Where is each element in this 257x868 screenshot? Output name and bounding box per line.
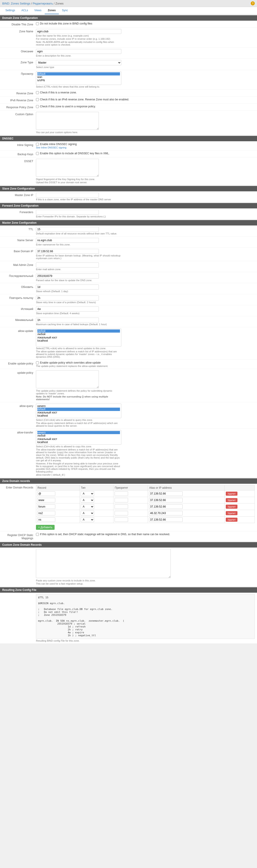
mail-admin-zone-input[interactable] (36, 262, 99, 268)
record-type-select[interactable]: AAAAAMXCNAMETXTNSPTRSRV (81, 511, 94, 516)
istekshy-input[interactable] (36, 307, 99, 311)
minimalny-input[interactable] (36, 317, 99, 322)
record-priority-input[interactable] (115, 511, 128, 516)
help-icon[interactable]: ? (251, 1, 255, 5)
ipv6-reverse-zone-checkbox-label: Check if this is an IPv6 reverse zone. R… (36, 98, 255, 101)
posledovatelny-input[interactable] (36, 274, 99, 278)
backup-keys-checkbox[interactable] (36, 152, 39, 155)
forwarders-input[interactable] (36, 210, 99, 215)
master-zone-ip-input[interactable] (36, 193, 99, 198)
zone-name-input[interactable]: egrn.club (36, 29, 121, 34)
allow-update-select[interactable]: любой любой локальный хост localhost (36, 329, 121, 346)
zone-type-select[interactable]: Master Slave Forward (36, 60, 121, 65)
enable-update-policy-checkbox[interactable] (36, 361, 39, 364)
disable-zone-checkbox-label: Do not include this zone in BIND config … (36, 22, 255, 25)
zone-domain-records-form: Enter Domain Records Record Тип Приорите… (0, 484, 257, 541)
enable-update-policy-row: Enable update-policy Enable update-polic… (0, 360, 257, 369)
update-policy-textarea[interactable] (36, 370, 99, 388)
zone-name-hint3: Note: IN-ADDR.ARPA will be automatically… (36, 41, 121, 46)
breadcrumb-link-1[interactable]: BIND: Zones Settings (2, 2, 30, 5)
delete-record-button[interactable]: Удалит (226, 492, 237, 496)
dsset-textarea[interactable] (36, 159, 99, 177)
base-domain-ip-row: Base Domain IP Enter IP address for base… (0, 247, 257, 261)
allow-query-row: allow-query ничего default локальный хос… (0, 402, 257, 429)
add-record-button[interactable]: + Добавить (36, 525, 55, 530)
minimalny-label: Минимальный (2, 317, 36, 321)
tab-sync[interactable]: Sync (59, 7, 71, 14)
record-alias-ip-input[interactable] (149, 491, 183, 496)
allow-transfer-select[interactable]: ничего любой локальный хост localhost (36, 430, 121, 445)
allow-transfer-hint3: However, if the thought of anyone being … (36, 462, 121, 473)
record-name-input[interactable] (37, 518, 55, 522)
record-name-input[interactable] (37, 498, 55, 502)
povtorit-popytku-input[interactable] (36, 296, 99, 301)
record-alias-ip-input[interactable] (149, 511, 183, 516)
record-type-select[interactable]: AAAAAMXCNAMETXTNSPTRSRV (81, 504, 94, 509)
record-name-input[interactable] (37, 511, 55, 516)
register-dhcp-row: Register DHCP Static Mappings If this op… (0, 531, 257, 541)
ipv6-reverse-zone-checkbox[interactable] (36, 98, 39, 101)
table-row: AAAAAMXCNAMETXTNSPTRSRVУдалит (36, 497, 255, 503)
obnovit-input[interactable] (36, 284, 99, 289)
inline-signing-link[interactable]: See Inline DNSSEC signing (36, 146, 121, 149)
name-server-input[interactable] (36, 238, 99, 243)
backup-keys-field: Enable this option to include all DNSSEC… (36, 152, 255, 155)
master-zone-ip-hint: If this is a slave zone, enter the IP ad… (36, 198, 121, 201)
allow-query-select[interactable]: ничего default локальный хост localhost (36, 404, 121, 418)
obnovit-row: Обновить Slave refresh (Default: 1 day) (0, 283, 257, 294)
posledovatelny-field: Parsed value for the slave to update the… (36, 274, 255, 282)
prosmotr-select[interactable]: default wan ivVPN (36, 71, 121, 85)
name-server-row: Name Server Enter nameserver for this zo… (0, 237, 257, 247)
disable-zone-checkbox[interactable] (36, 22, 39, 25)
obnovit-field: Slave refresh (Default: 1 day) (36, 284, 255, 292)
response-policy-zone-checkbox[interactable] (36, 105, 39, 108)
record-name-input[interactable] (37, 491, 55, 496)
zone-name-label: Zone Name (2, 29, 36, 33)
opisanie-input[interactable] (36, 49, 121, 54)
tab-acls[interactable]: ACLs (18, 7, 31, 14)
register-dhcp-checkbox[interactable] (36, 533, 39, 536)
allow-update-hint2: The allow-update statement defines a mat… (36, 350, 121, 358)
record-type-select[interactable]: AAAAAMXCNAMETXTNSPTRSRV (81, 517, 94, 522)
record-alias-ip-input[interactable] (149, 498, 183, 502)
record-alias-ip-input[interactable] (149, 504, 183, 509)
delete-record-button[interactable]: Удалит (226, 498, 237, 502)
resulting-zone-config-section: Resulting Zone Config File $TTL 15 $ORIG… (0, 587, 257, 644)
forward-zone-config-section: Forward Zone Configuration Forwarders En… (0, 203, 257, 219)
record-priority-input[interactable] (115, 518, 128, 522)
tab-views[interactable]: Views (31, 7, 45, 14)
zone-type-row: Zone Type Master Slave Forward Select zo… (0, 59, 257, 70)
forward-zone-config-form: Forwarders Enter Forwarder IPs for this … (0, 209, 257, 219)
allow-transfer-row: allow-transfer ничего любой локальный хо… (0, 429, 257, 477)
delete-record-button[interactable]: Удалит (226, 505, 237, 509)
custom-option-textarea[interactable] (36, 112, 99, 130)
resulting-zone-config-header: Resulting Zone Config File (0, 587, 257, 593)
master-zone-ip-label: Master Zone IP (2, 193, 36, 197)
ttl-input[interactable] (36, 227, 99, 232)
forwarders-label: Forwarders (2, 210, 36, 214)
dsset-hint1: Digest fingerprint of the Key Signing Ke… (36, 178, 121, 181)
record-type-select[interactable]: AAAAAMXCNAMETXTNSPTRSRV (81, 491, 94, 496)
ipv6-reverse-zone-text: Check if this is an IPv6 reverse zone. R… (40, 98, 129, 101)
record-priority-input[interactable] (115, 491, 128, 496)
nav-tabs: Settings ACLs Views Zones Sync (0, 7, 257, 14)
base-domain-ip-input[interactable] (36, 249, 99, 254)
record-alias-ip-input[interactable] (149, 518, 183, 522)
custom-records-textarea[interactable] (36, 549, 171, 578)
reverse-zone-checkbox[interactable] (36, 91, 39, 94)
record-priority-input[interactable] (115, 504, 128, 509)
inline-signing-checkbox[interactable] (36, 143, 39, 146)
ttl-hint: Default expiration time of all resource … (36, 232, 121, 235)
name-server-hint: Enter nameserver for this zone. (36, 243, 121, 246)
resulting-zone-config-form: $TTL 15 $ORIGIN egrn.club. ; Database fi… (0, 593, 257, 644)
reverse-zone-field: Check if this is a reverse zone. (36, 91, 255, 94)
tab-settings[interactable]: Settings (2, 7, 18, 14)
record-name-input[interactable] (37, 504, 55, 509)
record-priority-input[interactable] (115, 498, 128, 502)
tab-zones[interactable]: Zones (45, 7, 59, 14)
breadcrumb-link-2[interactable]: Редактировать (33, 2, 53, 5)
delete-record-button[interactable]: Удалит (226, 518, 237, 522)
delete-record-button[interactable]: Удалит (226, 511, 237, 515)
custom-zone-domain-records-form: Paste any custom zone records to include… (0, 548, 257, 586)
record-type-select[interactable]: AAAAAMXCNAMETXTNSPTRSRV (81, 498, 94, 503)
